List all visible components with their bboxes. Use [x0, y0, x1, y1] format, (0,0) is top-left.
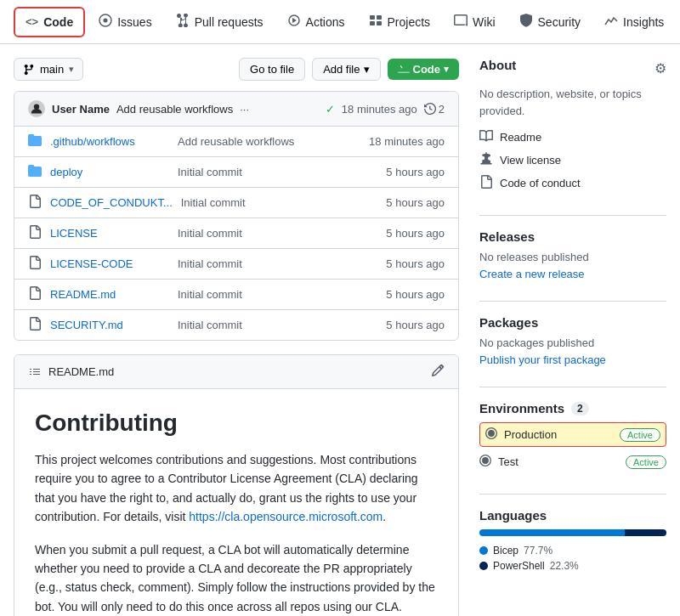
coc-link-icon — [479, 175, 493, 191]
readme-edit-icon[interactable] — [431, 364, 445, 380]
languages-bar — [479, 529, 666, 536]
file-commit: Initial commit — [178, 227, 377, 240]
env-production-icon — [485, 427, 497, 442]
file-row: CODE_OF_CONDUKT... Initial commit 5 hour… — [14, 188, 458, 218]
env-test-icon — [479, 455, 491, 469]
sidebar-license-link[interactable]: View license — [479, 149, 666, 172]
toolbar: main ▾ Go to file Add file ▾ Code ▾ — [14, 58, 459, 81]
branch-arrow-icon: ▾ — [69, 64, 74, 75]
svg-rect-4 — [370, 15, 375, 20]
svg-rect-6 — [370, 21, 375, 25]
env-test-badge: Active — [626, 455, 666, 469]
nav-item-code[interactable]: <> Code — [14, 7, 85, 37]
env-test-name: Test — [498, 455, 518, 468]
lang-bicep-pct: 77.7% — [524, 545, 552, 557]
commit-history-icon[interactable]: 2 — [424, 103, 445, 116]
env-production[interactable]: Production Active — [479, 422, 666, 447]
file-commit: Initial commit — [178, 288, 377, 301]
file-time: 18 minutes ago — [369, 135, 445, 148]
commit-row: User Name Add reusable workflows ··· ✓ 1… — [14, 92, 458, 127]
file-time: 5 hours ago — [386, 227, 445, 240]
file-time: 5 hours ago — [386, 288, 445, 301]
lang-ps-pct: 22.3% — [550, 560, 579, 572]
file-time: 5 hours ago — [386, 319, 445, 331]
readme-body: Contributing This project welcomes contr… — [14, 389, 458, 616]
file-name[interactable]: .github/workflows — [50, 135, 169, 148]
languages-title: Languages — [479, 508, 666, 523]
divider-4 — [479, 494, 666, 494]
svg-rect-7 — [377, 21, 382, 25]
add-file-button[interactable]: Add file ▾ — [312, 58, 380, 81]
file-name[interactable]: LICENSE — [50, 227, 169, 240]
commit-author: User Name — [52, 103, 110, 116]
folder-icon — [28, 133, 42, 150]
nav-item-pull-requests[interactable]: Pull requests — [166, 7, 274, 37]
code-btn-icon — [398, 64, 410, 76]
create-release-link[interactable]: Create a new release — [479, 268, 585, 280]
about-title: About — [479, 58, 516, 72]
releases-title: Releases — [479, 229, 666, 244]
file-row: README.md Initial commit 5 hours ago — [14, 280, 458, 310]
file-icon — [28, 256, 42, 272]
main-layout: main ▾ Go to file Add file ▾ Code ▾ User… — [0, 44, 680, 616]
svg-marker-3 — [292, 18, 297, 23]
divider-2 — [479, 301, 666, 302]
nav-item-insights[interactable]: Insights — [594, 7, 674, 37]
languages-section: Languages Bicep 77.7% PowerShell 22.3% — [479, 508, 666, 572]
file-commit: Add reusable workflows — [178, 135, 360, 148]
license-link-label: View license — [500, 154, 561, 167]
goto-file-button[interactable]: Go to file — [239, 58, 305, 81]
file-icon — [28, 225, 42, 241]
coc-link-label: Code of conduct — [500, 177, 581, 189]
settings-gear-icon[interactable]: ⚙ — [654, 60, 666, 76]
file-commit: Initial commit — [178, 257, 377, 270]
packages-no-content: No packages published — [479, 336, 666, 349]
file-name[interactable]: deploy — [50, 166, 169, 178]
svg-point-1 — [104, 19, 108, 23]
code-button[interactable]: Code ▾ — [388, 59, 460, 80]
about-header: About ⚙ — [479, 58, 666, 79]
readme-section: README.md Contributing This project welc… — [14, 354, 459, 616]
file-name[interactable]: SECURITY.md — [50, 319, 169, 331]
file-time: 5 hours ago — [386, 196, 445, 209]
sidebar-readme-link[interactable]: Readme — [479, 126, 666, 149]
issues-icon — [99, 14, 112, 30]
file-row: LICENSE-CODE Initial commit 5 hours ago — [14, 249, 458, 280]
nav-item-projects[interactable]: Projects — [359, 7, 441, 37]
env-test[interactable]: Test Active — [479, 450, 666, 473]
releases-no-content: No releases published — [479, 251, 666, 263]
file-commit: Initial commit — [181, 196, 378, 209]
branch-icon — [23, 64, 35, 76]
commit-dots[interactable]: ··· — [240, 103, 249, 116]
nav-item-actions[interactable]: Actions — [277, 7, 355, 37]
insights-icon — [604, 14, 618, 30]
code-btn-arrow-icon: ▾ — [444, 64, 449, 75]
branch-selector[interactable]: main ▾ — [14, 58, 83, 81]
releases-section: Releases No releases published Create a … — [479, 229, 666, 280]
file-table: User Name Add reusable workflows ··· ✓ 1… — [14, 91, 459, 341]
cla-link[interactable]: https://cla.opensource.microsoft.com — [189, 510, 382, 523]
env-production-badge: Active — [620, 428, 660, 442]
file-name[interactable]: LICENSE-CODE — [50, 257, 169, 270]
file-icon — [28, 317, 42, 333]
nav-item-issues[interactable]: Issues — [88, 7, 162, 37]
file-name[interactable]: README.md — [50, 288, 169, 301]
code-icon: <> — [26, 15, 38, 28]
readme-para-2: When you submit a pull request, a CLA bo… — [35, 540, 438, 616]
lang-bicep-dot — [479, 546, 488, 555]
divider-3 — [479, 387, 666, 387]
publish-package-link[interactable]: Publish your first package — [479, 353, 606, 366]
file-name[interactable]: CODE_OF_CONDUKT... — [50, 196, 173, 209]
sidebar-coc-link[interactable]: Code of conduct — [479, 172, 666, 195]
readme-para-1: This project welcomes contributions and … — [35, 450, 438, 527]
nav-item-security[interactable]: Security — [509, 7, 592, 37]
wiki-icon — [454, 14, 468, 30]
lang-powershell: PowerShell 22.3% — [479, 560, 666, 572]
file-row: SECURITY.md Initial commit 5 hours ago — [14, 310, 458, 340]
lang-bicep: Bicep 77.7% — [479, 545, 666, 557]
environments-section: Environments 2 Production Active Test Ac… — [479, 401, 666, 473]
lang-bar-ps — [625, 529, 666, 536]
file-row: .github/workflows Add reusable workflows… — [14, 127, 458, 157]
left-column: main ▾ Go to file Add file ▾ Code ▾ User… — [14, 58, 459, 616]
nav-item-wiki[interactable]: Wiki — [444, 7, 505, 37]
